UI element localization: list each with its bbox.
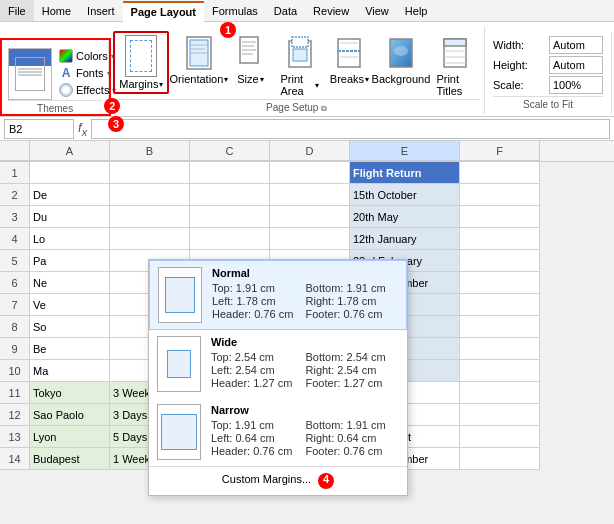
cell[interactable]: Ve	[30, 294, 110, 316]
row-header[interactable]: 1	[0, 162, 30, 184]
menu-page-layout[interactable]: Page Layout	[123, 1, 204, 22]
name-box[interactable]	[4, 119, 74, 139]
cell[interactable]	[110, 228, 190, 250]
formula-input[interactable]	[91, 119, 610, 139]
row-header[interactable]: 9	[0, 338, 30, 360]
cell[interactable]	[190, 184, 270, 206]
cell[interactable]	[460, 404, 540, 426]
cell[interactable]	[460, 162, 540, 184]
cell[interactable]	[270, 184, 350, 206]
cell[interactable]: Pa	[30, 250, 110, 272]
menu-home[interactable]: Home	[34, 0, 79, 21]
menu-file[interactable]: File	[0, 0, 34, 21]
width-input[interactable]	[549, 36, 603, 54]
cell[interactable]	[460, 294, 540, 316]
cell[interactable]	[110, 206, 190, 228]
orientation-button[interactable]: Orientation▾	[171, 31, 226, 87]
margin-wide[interactable]: Wide Top: 2.54 cm Bottom: 2.54 cm Left: …	[149, 330, 407, 398]
col-header-C[interactable]: C	[190, 141, 270, 161]
cell[interactable]	[30, 162, 110, 184]
orientation-label: Orientation▾	[170, 73, 229, 85]
custom-margins-button[interactable]: Custom Margins... 4	[149, 466, 407, 495]
row-header[interactable]: 6	[0, 272, 30, 294]
col-header-D[interactable]: D	[270, 141, 350, 161]
cell[interactable]: Sao Paolo	[30, 404, 110, 426]
cell[interactable]: Ne	[30, 272, 110, 294]
cell[interactable]: Du	[30, 206, 110, 228]
cell[interactable]: Flight Return	[350, 162, 460, 184]
row-header[interactable]: 11	[0, 382, 30, 404]
print-titles-button[interactable]: Print Titles	[430, 31, 480, 99]
margin-narrow[interactable]: Narrow Top: 1.91 cm Bottom: 1.91 cm Left…	[149, 398, 407, 466]
cell[interactable]	[460, 426, 540, 448]
row-header[interactable]: 13	[0, 426, 30, 448]
cell[interactable]	[460, 338, 540, 360]
col-header-F[interactable]: F	[460, 141, 540, 161]
page-setup-expand-icon[interactable]: ⧉	[321, 104, 327, 113]
margin-narrow-details: Narrow Top: 1.91 cm Bottom: 1.91 cm Left…	[211, 404, 399, 457]
cell[interactable]: So	[30, 316, 110, 338]
cell[interactable]	[460, 382, 540, 404]
cell[interactable]	[460, 206, 540, 228]
row-header[interactable]: 10	[0, 360, 30, 382]
menu-help[interactable]: Help	[397, 0, 436, 21]
row-header[interactable]: 12	[0, 404, 30, 426]
row-header[interactable]: 7	[0, 294, 30, 316]
normal-footer: Footer: 0.76 cm	[306, 308, 399, 320]
row-header[interactable]: 8	[0, 316, 30, 338]
cell[interactable]: Ma	[30, 360, 110, 382]
row-header[interactable]: 4	[0, 228, 30, 250]
scale-to-fit-group: Width: Height: Scale: Scale to Fit	[485, 32, 612, 114]
margin-wide-name: Wide	[211, 336, 399, 348]
cell[interactable]	[460, 360, 540, 382]
cell[interactable]	[460, 316, 540, 338]
cell[interactable]	[460, 250, 540, 272]
col-header-B[interactable]: B	[110, 141, 190, 161]
col-header-A[interactable]: A	[30, 141, 110, 161]
cell[interactable]: 15th October	[350, 184, 460, 206]
cell[interactable]	[270, 162, 350, 184]
cell[interactable]	[460, 184, 540, 206]
size-button[interactable]: Size▾	[228, 31, 272, 87]
row-header[interactable]: 2	[0, 184, 30, 206]
col-header-E[interactable]: E	[350, 141, 460, 161]
cell[interactable]	[190, 228, 270, 250]
cell[interactable]	[460, 272, 540, 294]
margin-normal[interactable]: Normal Top: 1.91 cm Bottom: 1.91 cm Left…	[149, 260, 407, 330]
cell[interactable]	[110, 162, 190, 184]
cell[interactable]	[460, 228, 540, 250]
breaks-button[interactable]: Breaks▾	[327, 31, 371, 87]
cell[interactable]: Tokyo	[30, 382, 110, 404]
cell[interactable]: 12th January	[350, 228, 460, 250]
cell[interactable]	[190, 206, 270, 228]
cell[interactable]	[270, 206, 350, 228]
cell[interactable]: De	[30, 184, 110, 206]
menu-data[interactable]: Data	[266, 0, 305, 21]
cell[interactable]	[110, 184, 190, 206]
svg-point-18	[394, 46, 408, 56]
breaks-arrow: ▾	[365, 75, 369, 84]
menu-review[interactable]: Review	[305, 0, 357, 21]
print-area-button[interactable]: Print Area▾	[274, 31, 325, 99]
cell[interactable]	[460, 448, 540, 470]
cell[interactable]: Lo	[30, 228, 110, 250]
background-button[interactable]: Background	[373, 31, 428, 87]
effects-icon	[59, 83, 73, 97]
annotation-3: 3	[108, 116, 124, 132]
height-input[interactable]	[549, 56, 603, 74]
cell[interactable]: 20th May	[350, 206, 460, 228]
margins-button[interactable]: Margins▾	[113, 31, 169, 94]
row-header[interactable]: 5	[0, 250, 30, 272]
scale-pct-input[interactable]	[549, 76, 603, 94]
cell[interactable]	[190, 162, 270, 184]
cell[interactable]: Budapest	[30, 448, 110, 470]
menu-insert[interactable]: Insert	[79, 0, 123, 21]
menu-view[interactable]: View	[357, 0, 397, 21]
cell[interactable]: Be	[30, 338, 110, 360]
row-header[interactable]: 14	[0, 448, 30, 470]
row-header[interactable]: 3	[0, 206, 30, 228]
themes-button[interactable]	[8, 48, 52, 100]
menu-formulas[interactable]: Formulas	[204, 0, 266, 21]
cell[interactable]: Lyon	[30, 426, 110, 448]
cell[interactable]	[270, 228, 350, 250]
